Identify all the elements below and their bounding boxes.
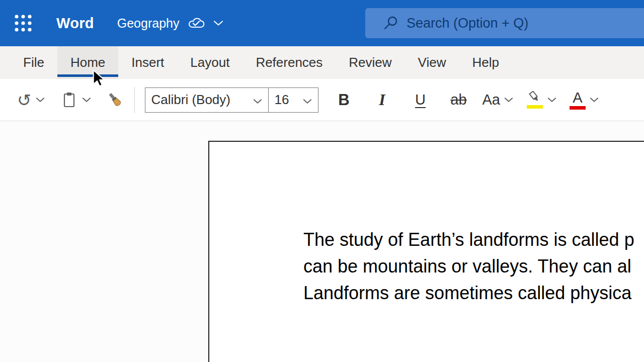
document-canvas: The study of Earth’s landforms is called… xyxy=(0,121,644,362)
underline-button[interactable]: U xyxy=(408,86,433,114)
paste-dropdown-button[interactable] xyxy=(82,97,91,103)
paragraph-line[interactable]: Landforms are sometimes called physica xyxy=(303,280,634,306)
document-title-group[interactable]: Geography xyxy=(117,16,224,31)
chevron-down-icon xyxy=(253,99,262,104)
font-color-letter-icon: A xyxy=(573,90,582,105)
format-painter-icon xyxy=(105,90,125,110)
undo-dropdown-button[interactable] xyxy=(36,97,45,103)
tab-view[interactable]: View xyxy=(405,46,459,79)
font-color-dropdown-button[interactable] xyxy=(590,97,599,103)
format-painter-button[interactable] xyxy=(105,90,125,110)
font-name-select[interactable]: Calibri (Body) xyxy=(145,87,269,113)
undo-icon: ↺ xyxy=(17,92,32,109)
chevron-down-icon xyxy=(590,97,599,103)
bold-label: B xyxy=(338,91,349,109)
paste-button[interactable] xyxy=(61,92,78,109)
font-name-value: Calibri (Body) xyxy=(151,92,231,108)
tab-references[interactable]: References xyxy=(243,46,336,79)
italic-button[interactable]: I xyxy=(370,86,395,114)
highlight-button[interactable] xyxy=(526,91,543,109)
app-name[interactable]: Word xyxy=(56,15,94,32)
italic-label: I xyxy=(379,90,385,109)
tab-home[interactable]: Home xyxy=(57,46,118,79)
chevron-down-icon xyxy=(82,97,91,103)
clipboard-icon xyxy=(61,92,78,109)
tab-layout[interactable]: Layout xyxy=(177,46,243,79)
mouse-cursor xyxy=(93,69,108,86)
undo-button[interactable]: ↺ xyxy=(17,92,32,109)
change-case-button[interactable]: Aa xyxy=(482,92,500,108)
save-status-cloud-icon xyxy=(187,17,205,30)
font-size-select[interactable]: 16 xyxy=(268,87,318,113)
font-color-button[interactable]: A xyxy=(570,90,586,110)
app-launcher-button[interactable] xyxy=(12,12,34,34)
paragraph-line[interactable]: can be mountains or valleys. They can al xyxy=(303,253,634,280)
bold-button[interactable]: B xyxy=(332,86,357,114)
highlighter-icon xyxy=(526,91,543,104)
strikethrough-label: ab xyxy=(450,92,466,108)
chevron-down-icon xyxy=(547,97,556,103)
highlight-dropdown-button[interactable] xyxy=(547,97,556,103)
document-title-chevron-icon[interactable] xyxy=(213,20,223,26)
search-icon xyxy=(383,16,398,31)
paragraph-line[interactable]: The study of Earth’s landforms is called… xyxy=(303,226,634,253)
search-input[interactable] xyxy=(407,16,640,31)
change-case-label: Aa xyxy=(482,92,500,108)
tab-insert[interactable]: Insert xyxy=(118,46,177,79)
toolbar-divider xyxy=(134,87,135,113)
change-case-dropdown-button[interactable] xyxy=(504,97,513,103)
highlight-color-bar xyxy=(527,105,543,109)
tab-review[interactable]: Review xyxy=(336,46,405,79)
font-size-value: 16 xyxy=(275,92,289,108)
strikethrough-button[interactable]: ab xyxy=(446,86,471,114)
chevron-down-icon xyxy=(303,99,312,104)
app-launcher-grid-icon xyxy=(14,14,33,33)
font-color-bar xyxy=(570,106,586,110)
document-title[interactable]: Geography xyxy=(117,16,180,31)
tab-file[interactable]: File xyxy=(10,46,57,79)
underline-label: U xyxy=(415,92,426,108)
app-header: Word Geography xyxy=(0,0,644,46)
tab-help[interactable]: Help xyxy=(459,46,512,79)
chevron-down-icon xyxy=(36,97,45,103)
document-text[interactable]: The study of Earth’s landforms is called… xyxy=(303,226,634,306)
document-page[interactable]: The study of Earth’s landforms is called… xyxy=(208,141,644,362)
chevron-down-icon xyxy=(504,97,513,103)
search-box[interactable] xyxy=(365,8,644,38)
